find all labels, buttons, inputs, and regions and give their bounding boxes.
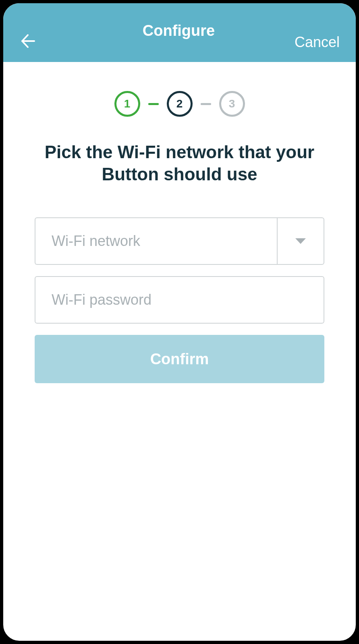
wifi-password-input[interactable] (35, 276, 324, 324)
network-dropdown-button[interactable] (277, 217, 324, 265)
svg-marker-1 (295, 238, 306, 244)
wifi-form: Confirm (3, 217, 356, 383)
password-row (35, 276, 324, 324)
header-bar: Configure Cancel (3, 3, 356, 62)
confirm-button[interactable]: Confirm (35, 335, 324, 383)
step-1-circle: 1 (114, 91, 140, 117)
chevron-down-icon (294, 237, 307, 245)
step-connector-2 (201, 103, 211, 105)
wifi-network-input[interactable] (35, 217, 277, 265)
page-title: Pick the Wi-Fi network that your Button … (3, 141, 356, 185)
back-arrow-icon (19, 33, 36, 50)
network-row (35, 217, 324, 265)
header-title: Configure (143, 22, 215, 39)
step-3-circle: 3 (219, 91, 245, 117)
step-connector-1 (148, 103, 159, 105)
step-2-circle: 2 (167, 91, 193, 117)
cancel-button[interactable]: Cancel (295, 34, 340, 51)
back-button[interactable] (18, 31, 37, 51)
step-indicator: 1 2 3 (3, 91, 356, 117)
app-frame: Configure Cancel 1 2 3 Pick the Wi-Fi ne… (0, 0, 359, 644)
